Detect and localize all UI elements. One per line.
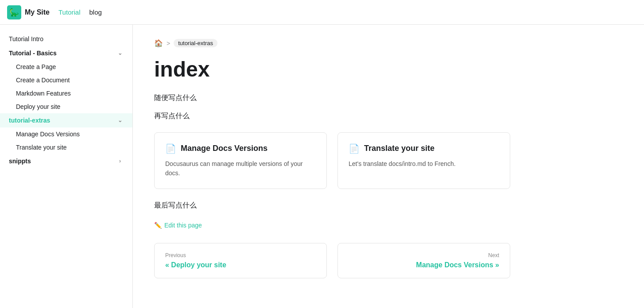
cards-row: 📄 Manage Docs Versions Docusaurus can ma… [154, 132, 510, 189]
card-translate-your-site[interactable]: 📄 Translate your site Let's translate do… [338, 132, 510, 189]
page-text-3: 最后写点什么 [154, 200, 510, 211]
sidebar-group-tutorial-extras[interactable]: tutorial-extras ⌄ [0, 113, 132, 127]
card-description: Docusaurus can manage multiple versions … [165, 159, 316, 178]
card-description: Let's translate docs/intro.md to French. [349, 159, 499, 169]
sidebar-item-create-page[interactable]: Create a Page [0, 60, 132, 73]
prev-label: Previous [165, 252, 316, 258]
breadcrumb-separator: > [167, 40, 170, 47]
document-icon: 📄 [165, 143, 176, 154]
page-text-1: 随便写点什么 [154, 92, 510, 104]
chevron-down-icon: ⌄ [116, 50, 124, 57]
home-icon[interactable]: 🏠 [154, 39, 163, 47]
main-content: 🏠 > tutorial-extras index 随便写点什么 再写点什么 📄… [133, 25, 531, 308]
edit-this-page-link[interactable]: ✏️ Edit this page [154, 222, 510, 229]
prev-title: « Deploy your site [165, 261, 316, 269]
sidebar-item-deploy-your-site[interactable]: Deploy your site [0, 100, 132, 113]
card-header: 📄 Translate your site [349, 143, 499, 154]
next-label: Next [349, 252, 499, 258]
sidebar-item-translate-your-site[interactable]: Translate your site [0, 141, 132, 154]
breadcrumb-current[interactable]: tutorial-extras [174, 39, 217, 47]
sidebar: Tutorial Intro Tutorial - Basics ⌄ Creat… [0, 25, 133, 308]
sidebar-item-tutorial-intro[interactable]: Tutorial Intro [0, 32, 132, 46]
nav-tutorial[interactable]: Tutorial [58, 8, 80, 16]
brand-logo[interactable]: 🦕 My Site [7, 5, 50, 19]
card-manage-docs-versions[interactable]: 📄 Manage Docs Versions Docusaurus can ma… [154, 132, 327, 189]
sidebar-group-tutorial-basics[interactable]: Tutorial - Basics ⌄ [0, 46, 132, 60]
pencil-icon: ✏️ [154, 222, 162, 229]
dinosaur-icon: 🦕 [7, 5, 21, 19]
prev-nav-card[interactable]: Previous « Deploy your site [154, 243, 327, 278]
brand-label: My Site [25, 8, 50, 16]
document-icon: 📄 [349, 143, 360, 154]
page-title: index [154, 58, 510, 81]
svg-text:🦕: 🦕 [9, 8, 19, 17]
nav-blog[interactable]: blog [89, 8, 101, 16]
next-nav-card[interactable]: Next Manage Docs Versions » [338, 243, 510, 278]
sidebar-item-markdown-features[interactable]: Markdown Features [0, 87, 132, 100]
next-title: Manage Docs Versions » [349, 261, 499, 269]
sidebar-item-manage-docs-versions[interactable]: Manage Docs Versions [0, 127, 132, 141]
breadcrumb: 🏠 > tutorial-extras [154, 39, 510, 47]
card-title: Manage Docs Versions [181, 144, 268, 153]
sidebar-item-create-document[interactable]: Create a Document [0, 73, 132, 87]
chevron-right-icon: › [116, 158, 124, 165]
card-title: Translate your site [364, 144, 435, 153]
page-text-2: 再写点什么 [154, 110, 510, 122]
chevron-down-icon: ⌄ [116, 117, 124, 124]
prev-next-nav: Previous « Deploy your site Next Manage … [154, 243, 510, 278]
edit-link-label: Edit this page [164, 222, 202, 229]
card-header: 📄 Manage Docs Versions [165, 143, 316, 154]
sidebar-group-snippts[interactable]: snippts › [0, 154, 132, 168]
top-navbar: 🦕 My Site Tutorial blog [0, 0, 644, 25]
page-layout: Tutorial Intro Tutorial - Basics ⌄ Creat… [0, 25, 644, 308]
